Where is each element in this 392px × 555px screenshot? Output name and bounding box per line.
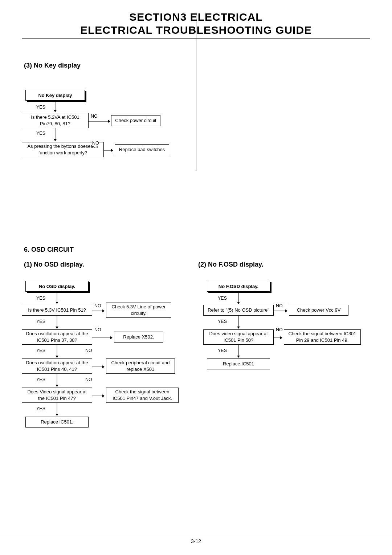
l-no-3: NO: [85, 348, 92, 353]
r-a1: Check power Vcc 9V: [289, 305, 348, 316]
a1-text: Check power circuit: [115, 117, 156, 124]
section6-title: 6. OSD CIRCUIT: [24, 246, 370, 254]
no-label-2: NO: [92, 141, 99, 146]
r-a2: Check the signal between IC301 Pin 29 an…: [284, 329, 361, 345]
right-column: (2) No F.OSD display. No F.OSD display. …: [196, 261, 370, 441]
q2-box: As pressing the byttons doeseach functio…: [22, 142, 104, 157]
svg-marker-29: [285, 309, 287, 312]
left-column: (1) No OSD display. No OSD display. YES …: [22, 261, 196, 441]
svg-marker-23: [102, 394, 105, 397]
l-no-1: NO: [94, 303, 101, 308]
q2-text: As pressing the byttons doeseach functio…: [24, 143, 101, 156]
svg-marker-35: [237, 356, 240, 358]
r-no-2: NO: [276, 327, 283, 332]
svg-marker-5: [54, 139, 57, 141]
svg-marker-3: [108, 120, 110, 123]
r-yes-2: YES: [218, 319, 227, 324]
svg-marker-25: [56, 414, 58, 416]
yes-label-2: YES: [36, 131, 45, 136]
svg-marker-1: [54, 110, 57, 112]
l-no-4: NO: [85, 377, 92, 382]
svg-marker-17: [56, 356, 58, 358]
start-label: No Key display: [38, 93, 72, 98]
a2-box: Replace bad switches: [115, 144, 169, 155]
l-end: Replace IC501.: [25, 417, 89, 428]
r-yes-1: YES: [218, 296, 227, 301]
l-start-label: No OSD display.: [39, 284, 75, 289]
l-yes-5: YES: [36, 406, 45, 411]
svg-marker-19: [102, 365, 105, 368]
flowchart-no-osd: No OSD display. YES Is there 5.3V IC501 …: [22, 281, 196, 441]
l-q4: Does Video signal appear at the IC501 Pi…: [22, 388, 92, 403]
svg-marker-31: [237, 327, 240, 329]
start-box: No Key display: [25, 90, 85, 101]
r-q2: Does video signal appear at IC501 Pin 50…: [203, 329, 274, 345]
l-q1: Is there 5.3V IC501 Pin 51?: [22, 305, 92, 316]
l-q2: Does oscillation appear at the IC501 PIn…: [22, 329, 92, 345]
r-start-box: No F.OSD display.: [207, 281, 270, 292]
q1-text: Is there 5.2VA at IC501 Pin79, 80, 81?: [24, 114, 86, 127]
svg-marker-13: [56, 327, 58, 329]
l-q3: Does oscillation appear at the IC501 Pin…: [22, 358, 92, 374]
l-yes-4: YES: [36, 377, 45, 382]
svg-marker-21: [56, 385, 58, 387]
svg-marker-33: [280, 336, 282, 339]
a1-box: Check power circuit: [111, 115, 160, 126]
l-a3: Check peripheral circuit and replace X50…: [106, 358, 175, 374]
l-a2: Replace X502.: [114, 332, 163, 343]
l-yes-2: YES: [36, 319, 45, 324]
r-yes-3: YES: [218, 348, 227, 353]
svg-marker-27: [237, 302, 240, 304]
l-yes-3: YES: [36, 348, 45, 353]
r-no-1: NO: [276, 303, 283, 308]
right-title: (2) No F.OSD display.: [198, 261, 370, 268]
r-start-label: No F.OSD display.: [219, 284, 258, 289]
svg-marker-15: [110, 336, 113, 339]
a2-text: Replace bad switches: [119, 146, 165, 153]
svg-marker-9: [56, 302, 58, 304]
column-divider: [196, 15, 196, 171]
two-column: (1) No OSD display. No OSD display. YES …: [22, 261, 370, 441]
l-a1: Check 5.3V Line of power circuity.: [106, 303, 171, 318]
yes-label: YES: [36, 105, 45, 110]
no-label-1: NO: [91, 114, 98, 119]
r-end: Replace IC501: [207, 358, 270, 369]
svg-marker-11: [102, 309, 105, 312]
l-yes-1: YES: [36, 296, 45, 301]
page-number: 3-12: [191, 538, 201, 544]
l-start-box: No OSD display.: [25, 281, 89, 292]
left-title: (1) No OSD display.: [24, 261, 196, 268]
r-q1: Refer to "(5) No OSD picture": [203, 305, 274, 316]
svg-marker-7: [111, 149, 113, 152]
q1-box: Is there 5.2VA at IC501 Pin79, 80, 81?: [22, 113, 89, 128]
l-no-2: NO: [94, 327, 101, 332]
page-footer: 3-12: [0, 536, 392, 544]
flowchart-no-fosd: No F.OSD display. YES Refer to "(5) No O…: [203, 281, 370, 390]
l-a4: Check the signal between IC501 Pin47 and…: [106, 388, 179, 403]
section3-title: (3) No Key display: [24, 62, 370, 69]
